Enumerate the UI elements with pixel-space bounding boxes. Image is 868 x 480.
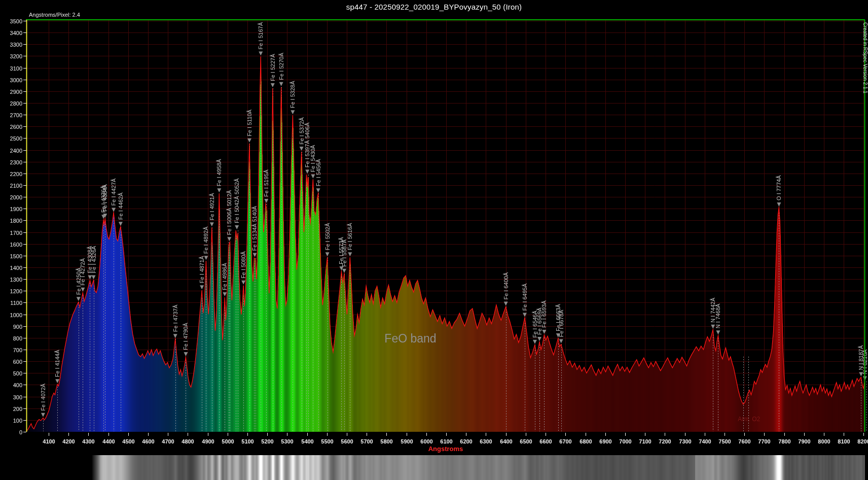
x-axis-title: Angstroms (26, 445, 865, 453)
spectrum-chart (0, 0, 868, 480)
page-title: sp447 - 20250922_020019_BYPovyazyn_50 (I… (0, 3, 868, 11)
angstroms-per-pixel-label: Angstroms/Pixel: 2.4 (29, 12, 80, 18)
created-in-rspec-label: Created in RSpec Version 2.1.1 (862, 22, 868, 93)
rspec-window: sp447 - 20250922_020019_BYPovyazyn_50 (I… (0, 0, 868, 480)
